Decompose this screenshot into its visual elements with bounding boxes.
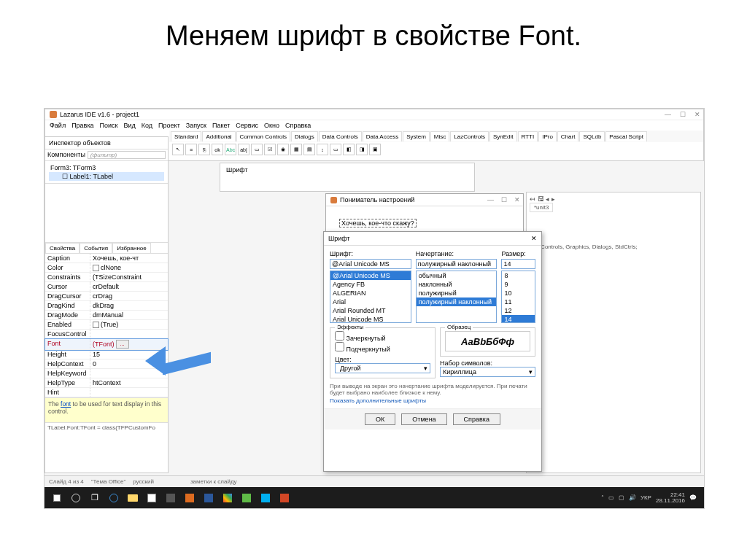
palette-tab[interactable]: Dialogs bbox=[291, 131, 318, 141]
palette-tab[interactable]: Data Controls bbox=[319, 131, 362, 141]
component-icon[interactable]: ok bbox=[212, 144, 223, 155]
component-icon[interactable]: ab| bbox=[238, 144, 249, 155]
filter-input[interactable]: (фильтр) bbox=[88, 151, 166, 159]
menu-item[interactable]: Запуск bbox=[186, 122, 206, 129]
ok-button[interactable]: ОК bbox=[365, 413, 395, 425]
skype-icon[interactable] bbox=[256, 490, 275, 506]
tree-node-form[interactable]: Form3: TForm3 bbox=[49, 163, 164, 172]
menu-item[interactable]: Код bbox=[142, 122, 152, 129]
list-item[interactable]: обычный bbox=[417, 271, 497, 280]
size-list[interactable]: 891011121416 bbox=[501, 271, 535, 323]
palette-tab[interactable]: Misc bbox=[430, 131, 449, 141]
help-button[interactable]: Справка bbox=[453, 413, 500, 425]
menu-item[interactable]: Вид bbox=[124, 122, 136, 129]
oi-tab-fav[interactable]: Избранное bbox=[112, 243, 151, 253]
list-item[interactable]: Agency FB bbox=[330, 280, 411, 289]
style-list[interactable]: обычныйнаклонныйполужирныйполужирный нак… bbox=[416, 271, 498, 323]
powerpoint-icon[interactable] bbox=[275, 490, 294, 506]
underline-checkbox[interactable] bbox=[335, 342, 344, 351]
menu-item[interactable]: Файл bbox=[50, 122, 66, 129]
list-item[interactable]: ALGERIAN bbox=[330, 289, 411, 298]
list-item[interactable]: 14 bbox=[502, 315, 535, 323]
palette-tab[interactable]: IPro bbox=[538, 131, 557, 141]
store-icon[interactable] bbox=[142, 490, 161, 506]
font-list[interactable]: @Arial Unicode MSAgency FBALGERIANArialA… bbox=[330, 271, 411, 323]
palette-tab[interactable]: SQLdb bbox=[579, 131, 605, 141]
edge-icon[interactable] bbox=[104, 490, 123, 506]
list-item[interactable]: 10 bbox=[502, 289, 535, 298]
clock[interactable]: 22:41 28.11.2016 bbox=[656, 492, 685, 504]
network-icon[interactable]: ▭ bbox=[608, 494, 614, 501]
tree-node-label[interactable]: ☐ Label1: TLabel bbox=[49, 172, 164, 181]
ellipsis-button[interactable]: ... bbox=[116, 340, 129, 349]
oi-tab-props[interactable]: Свойства bbox=[45, 243, 80, 253]
component-icon[interactable]: Abc bbox=[225, 144, 236, 155]
volume-icon[interactable]: 🔊 bbox=[629, 494, 636, 501]
component-icon[interactable]: ◉ bbox=[277, 144, 289, 155]
palette-tab[interactable]: Standard bbox=[171, 131, 201, 141]
list-item[interactable]: 8 bbox=[502, 271, 535, 280]
property-row[interactable]: DragCursorcrDrag bbox=[45, 292, 168, 301]
property-row[interactable]: FocusControl bbox=[45, 330, 168, 339]
property-row[interactable]: Constraints(TSizeConstraint bbox=[45, 273, 168, 282]
charset-select[interactable]: Кириллица▾ bbox=[440, 367, 535, 377]
component-icon[interactable]: ▭ bbox=[330, 144, 341, 155]
list-item[interactable]: полужирный наклонный bbox=[417, 298, 497, 306]
palette-tab[interactable]: Pascal Script bbox=[605, 131, 647, 141]
component-icon[interactable]: ▦ bbox=[290, 144, 302, 155]
list-item[interactable]: наклонный bbox=[417, 280, 497, 289]
battery-icon[interactable]: ▢ bbox=[619, 494, 624, 501]
label-component[interactable]: Хочешь, кое-что скажу? bbox=[339, 219, 417, 228]
component-icon[interactable]: ◧ bbox=[343, 144, 355, 155]
menu-item[interactable]: Пакет bbox=[212, 122, 230, 129]
menu-item[interactable]: Окно bbox=[264, 122, 279, 129]
component-toolbar[interactable]: ↖ ≡ ⎘ ok Abc ab| ▭ ☑ ◉ ▦ ▤ ↕ ▭ ◧ ◨ ▣ bbox=[169, 142, 703, 157]
menu-item[interactable]: Поиск bbox=[100, 122, 118, 129]
component-icon[interactable]: ◨ bbox=[356, 144, 368, 155]
utorrent-icon[interactable] bbox=[237, 490, 256, 506]
action-center-icon[interactable]: 💬 bbox=[689, 494, 697, 501]
palette-tab[interactable]: SynEdit bbox=[489, 131, 517, 141]
component-icon[interactable]: ▤ bbox=[303, 144, 315, 155]
cursor-tool-icon[interactable]: ↖ bbox=[172, 144, 184, 155]
list-item[interactable]: 9 bbox=[502, 280, 535, 289]
strike-checkbox[interactable] bbox=[335, 331, 344, 341]
taskbar-app-icon[interactable] bbox=[161, 490, 180, 506]
palette-tab[interactable]: System bbox=[403, 131, 430, 141]
component-icon[interactable]: ↕ bbox=[317, 144, 328, 155]
oi-tab-events[interactable]: События bbox=[80, 243, 112, 253]
component-icon[interactable]: ▭ bbox=[251, 144, 263, 155]
component-icon[interactable]: ☑ bbox=[264, 144, 276, 155]
oi-tabs[interactable]: Свойства События Избранное bbox=[45, 242, 168, 253]
property-row[interactable]: DragKinddkDrag bbox=[45, 301, 168, 311]
property-row[interactable]: CaptionХочешь, кое-чт bbox=[45, 254, 168, 263]
windows-taskbar[interactable]: ❐ ˄ ▭ ▢ 🔊 УКР 22:41 28.11.2016 💬 bbox=[44, 487, 704, 508]
property-row[interactable]: DragModedmManual bbox=[45, 311, 168, 320]
minimize-icon[interactable]: — bbox=[665, 111, 671, 118]
more-fonts-link[interactable]: Показать дополнительные шрифты bbox=[330, 397, 535, 404]
property-row[interactable]: CursorcrDefault bbox=[45, 282, 168, 292]
menu-item[interactable]: Проект bbox=[158, 122, 180, 129]
component-tree[interactable]: Form3: TForm3 ☐ Label1: TLabel bbox=[45, 161, 168, 184]
list-item[interactable]: 12 bbox=[502, 306, 535, 315]
list-item[interactable]: 11 bbox=[502, 298, 535, 306]
palette-tab[interactable]: Data Access bbox=[363, 131, 402, 141]
lang-indicator[interactable]: УКР bbox=[640, 494, 651, 501]
close-icon[interactable]: ✕ bbox=[694, 111, 700, 118]
explorer-icon[interactable] bbox=[123, 490, 142, 506]
ide-menubar[interactable]: Файл Правка Поиск Вид Код Проект Запуск … bbox=[45, 120, 703, 131]
menu-item[interactable]: Правка bbox=[71, 122, 93, 129]
property-row[interactable]: Hint bbox=[45, 388, 168, 397]
list-item[interactable]: Arial Unicode MS bbox=[330, 315, 411, 323]
palette-tab[interactable]: Additional bbox=[202, 131, 235, 141]
lazarus-taskbar-icon[interactable] bbox=[180, 490, 199, 506]
list-item[interactable]: полужирный bbox=[417, 289, 497, 298]
color-select[interactable]: Другой▾ bbox=[335, 363, 430, 373]
list-item[interactable]: @Arial Unicode MS bbox=[330, 271, 411, 280]
code-editor[interactable]: ↤ 🖫 ◂ ▸ *unit3 ms, Controls, Graphics, D… bbox=[526, 192, 701, 473]
word-icon[interactable] bbox=[199, 490, 218, 506]
form-window-buttons[interactable]: —☐✕ bbox=[487, 196, 520, 203]
palette-tab[interactable]: Chart bbox=[557, 131, 579, 141]
component-icon[interactable]: ⎘ bbox=[198, 144, 210, 155]
component-palette-tabs[interactable]: Standard Additional Common Controls Dial… bbox=[169, 131, 703, 142]
